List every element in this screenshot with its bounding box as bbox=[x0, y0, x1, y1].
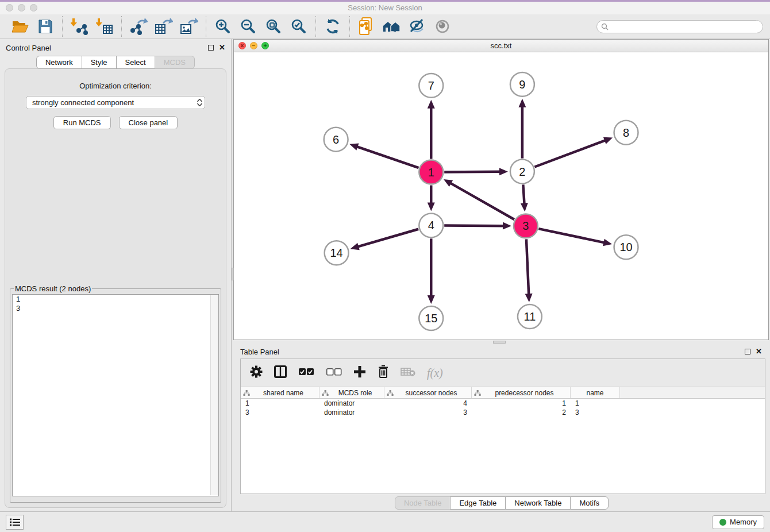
zoom-in-icon[interactable] bbox=[213, 16, 233, 37]
delete-column-trash-icon[interactable] bbox=[378, 365, 389, 381]
edge-arrowhead bbox=[525, 294, 533, 302]
tab-node-table[interactable]: Node Table bbox=[395, 496, 451, 510]
save-session-icon[interactable] bbox=[35, 16, 56, 37]
zoom-selected-icon[interactable] bbox=[288, 16, 309, 37]
network-graph[interactable]: 1234678910111415 bbox=[234, 52, 768, 340]
table-cell[interactable]: 1 bbox=[571, 399, 620, 408]
export-image-icon[interactable] bbox=[179, 16, 199, 37]
open-session-icon[interactable] bbox=[10, 16, 30, 37]
tab-select[interactable]: Select bbox=[116, 56, 155, 69]
edge-arrowhead bbox=[603, 137, 613, 144]
minimize-window-button[interactable] bbox=[18, 4, 25, 11]
node-label: 11 bbox=[524, 310, 536, 323]
table-row[interactable]: 3dominator323 bbox=[241, 408, 765, 417]
scrollbar-track[interactable] bbox=[210, 295, 218, 495]
edge-arrowhead bbox=[349, 144, 359, 151]
table-tabs: Node TableEdge TableNetwork TableMotifs bbox=[233, 494, 770, 511]
tab-motifs[interactable]: Motifs bbox=[570, 496, 609, 510]
zoom-fit-icon[interactable] bbox=[263, 16, 284, 37]
export-network-icon[interactable] bbox=[128, 16, 149, 37]
right-column: × − + scc.txt 1234678910111415 Table Pan… bbox=[233, 39, 770, 511]
apply-layout-icon[interactable] bbox=[322, 16, 343, 37]
delete-table-icon[interactable] bbox=[401, 367, 415, 379]
table-cell[interactable]: dominator bbox=[319, 399, 384, 408]
graph-edge-2-8[interactable] bbox=[534, 140, 606, 167]
edge-arrowhead bbox=[428, 295, 435, 304]
graph-edge-4-3[interactable] bbox=[444, 225, 505, 226]
float-panel-icon[interactable] bbox=[745, 349, 750, 354]
edge-arrowhead bbox=[521, 203, 528, 211]
tab-network[interactable]: Network bbox=[36, 56, 82, 69]
column-header-MCDS-role[interactable]: MCDS role bbox=[319, 387, 384, 398]
memory-button[interactable]: Memory bbox=[712, 515, 764, 529]
graph-edge-2-3[interactable] bbox=[523, 184, 524, 205]
column-header-shared-name[interactable]: shared name bbox=[241, 387, 319, 398]
node-label: 8 bbox=[623, 126, 629, 139]
table-cell[interactable]: 2 bbox=[472, 408, 571, 417]
network-overview-icon[interactable] bbox=[382, 16, 402, 37]
node-table: shared nameMCDS rolesuccessor nodesprede… bbox=[241, 387, 765, 494]
select-all-icon[interactable] bbox=[298, 368, 314, 378]
tab-mcds[interactable]: MCDS bbox=[155, 56, 195, 69]
add-column-icon[interactable] bbox=[353, 365, 366, 380]
mcds-result-item[interactable]: 3 bbox=[13, 304, 218, 313]
duplicate-network-icon[interactable] bbox=[356, 16, 377, 37]
mcds-result-title: MCDS result (2 nodes) bbox=[14, 284, 92, 293]
close-panel-button[interactable]: Close panel bbox=[119, 116, 178, 129]
zoom-out-icon[interactable] bbox=[238, 16, 259, 37]
table-cell[interactable]: 3 bbox=[241, 408, 319, 417]
table-cell[interactable]: 3 bbox=[571, 408, 620, 417]
graph-edge-3-1[interactable] bbox=[449, 182, 514, 219]
graph-edge-1-2[interactable] bbox=[444, 172, 502, 172]
vertical-splitter[interactable] bbox=[231, 39, 233, 511]
graph-edge-1-6[interactable] bbox=[356, 146, 419, 168]
node-label: 6 bbox=[333, 133, 339, 146]
float-panel-icon[interactable] bbox=[208, 45, 214, 51]
node-label: 15 bbox=[425, 312, 437, 325]
table-cell[interactable]: 4 bbox=[384, 399, 472, 408]
close-panel-icon[interactable]: ✕ bbox=[756, 349, 762, 354]
mcds-result-list[interactable]: 13 bbox=[12, 294, 219, 496]
function-builder-icon[interactable]: f(x) bbox=[427, 367, 443, 380]
toggle-column-view-icon[interactable] bbox=[274, 365, 287, 380]
close-network-button[interactable]: × bbox=[238, 42, 246, 49]
tab-network-table[interactable]: Network Table bbox=[505, 496, 571, 510]
close-panel-icon[interactable]: ✕ bbox=[219, 45, 225, 51]
table-row[interactable]: 1dominator411 bbox=[241, 399, 765, 408]
deselect-all-icon[interactable] bbox=[326, 368, 342, 378]
maximize-network-button[interactable]: + bbox=[261, 42, 269, 49]
tab-edge-table[interactable]: Edge Table bbox=[450, 496, 506, 510]
horizontal-splitter[interactable] bbox=[233, 340, 770, 345]
show-panels-eye-icon[interactable] bbox=[432, 16, 453, 37]
table-cell[interactable]: 3 bbox=[384, 408, 472, 417]
import-table-icon[interactable] bbox=[94, 16, 115, 37]
optimization-criterion-select[interactable]: strongly connected component bbox=[26, 96, 205, 109]
export-table-icon[interactable] bbox=[153, 16, 174, 37]
main-toolbar bbox=[0, 14, 770, 39]
task-history-button[interactable] bbox=[6, 515, 24, 530]
node-label: 7 bbox=[428, 79, 434, 92]
hide-panels-eye-icon[interactable] bbox=[407, 16, 428, 37]
splitter-grip[interactable] bbox=[493, 341, 506, 344]
column-header-name[interactable]: name bbox=[571, 387, 620, 398]
tab-style[interactable]: Style bbox=[82, 56, 117, 69]
memory-status-dot bbox=[719, 519, 726, 526]
minimize-network-button[interactable]: − bbox=[250, 42, 257, 49]
table-cell[interactable]: dominator bbox=[319, 408, 384, 417]
column-header-successor-nodes[interactable]: successor nodes bbox=[384, 387, 472, 398]
run-mcds-button[interactable]: Run MCDS bbox=[53, 116, 111, 129]
graph-edge-3-10[interactable] bbox=[538, 229, 606, 243]
graph-edge-3-11[interactable] bbox=[526, 239, 529, 296]
graph-edge-4-14[interactable] bbox=[356, 229, 418, 247]
import-network-icon[interactable] bbox=[69, 16, 90, 37]
settings-gear-icon[interactable] bbox=[250, 365, 263, 380]
table-cell[interactable]: 1 bbox=[241, 399, 319, 408]
table-cell[interactable]: 1 bbox=[472, 399, 571, 408]
mcds-result-item[interactable]: 1 bbox=[13, 295, 218, 304]
search-input[interactable] bbox=[596, 20, 763, 33]
optimization-criterion-label: Optimization criterion: bbox=[9, 82, 222, 90]
zoom-window-button[interactable] bbox=[30, 4, 37, 11]
network-canvas[interactable]: 1234678910111415 bbox=[234, 52, 768, 340]
close-window-button[interactable] bbox=[6, 4, 13, 11]
column-header-predecessor-nodes[interactable]: predecessor nodes bbox=[472, 387, 571, 398]
